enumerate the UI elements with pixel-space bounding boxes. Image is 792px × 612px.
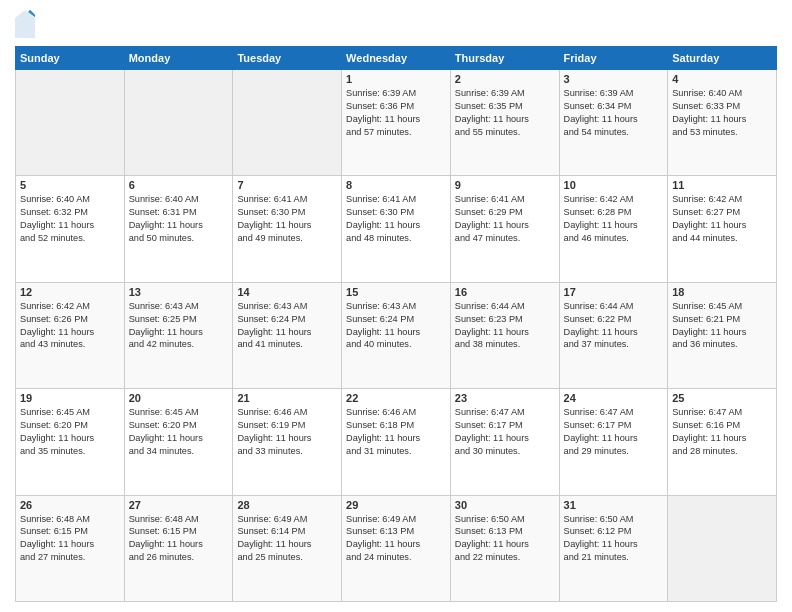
day-info: Sunrise: 6:50 AM Sunset: 6:12 PM Dayligh… [564, 513, 664, 565]
calendar-cell: 24Sunrise: 6:47 AM Sunset: 6:17 PM Dayli… [559, 389, 668, 495]
day-info: Sunrise: 6:44 AM Sunset: 6:22 PM Dayligh… [564, 300, 664, 352]
day-number: 10 [564, 179, 664, 191]
day-info: Sunrise: 6:44 AM Sunset: 6:23 PM Dayligh… [455, 300, 555, 352]
calendar-week-4: 26Sunrise: 6:48 AM Sunset: 6:15 PM Dayli… [16, 495, 777, 601]
day-info: Sunrise: 6:47 AM Sunset: 6:17 PM Dayligh… [564, 406, 664, 458]
day-number: 7 [237, 179, 337, 191]
calendar-cell: 5Sunrise: 6:40 AM Sunset: 6:32 PM Daylig… [16, 176, 125, 282]
calendar-cell: 23Sunrise: 6:47 AM Sunset: 6:17 PM Dayli… [450, 389, 559, 495]
calendar-cell: 17Sunrise: 6:44 AM Sunset: 6:22 PM Dayli… [559, 282, 668, 388]
day-number: 11 [672, 179, 772, 191]
day-number: 24 [564, 392, 664, 404]
page: Sunday Monday Tuesday Wednesday Thursday… [0, 0, 792, 612]
day-number: 21 [237, 392, 337, 404]
day-number: 25 [672, 392, 772, 404]
day-number: 5 [20, 179, 120, 191]
header-saturday: Saturday [668, 47, 777, 70]
day-number: 31 [564, 499, 664, 511]
day-number: 18 [672, 286, 772, 298]
day-info: Sunrise: 6:41 AM Sunset: 6:29 PM Dayligh… [455, 193, 555, 245]
calendar-cell: 14Sunrise: 6:43 AM Sunset: 6:24 PM Dayli… [233, 282, 342, 388]
calendar-cell [233, 70, 342, 176]
calendar-cell: 30Sunrise: 6:50 AM Sunset: 6:13 PM Dayli… [450, 495, 559, 601]
day-number: 9 [455, 179, 555, 191]
day-number: 17 [564, 286, 664, 298]
header-wednesday: Wednesday [342, 47, 451, 70]
day-number: 8 [346, 179, 446, 191]
day-number: 19 [20, 392, 120, 404]
calendar-cell: 31Sunrise: 6:50 AM Sunset: 6:12 PM Dayli… [559, 495, 668, 601]
calendar-cell: 15Sunrise: 6:43 AM Sunset: 6:24 PM Dayli… [342, 282, 451, 388]
day-number: 15 [346, 286, 446, 298]
calendar-cell: 27Sunrise: 6:48 AM Sunset: 6:15 PM Dayli… [124, 495, 233, 601]
day-number: 23 [455, 392, 555, 404]
calendar-cell: 29Sunrise: 6:49 AM Sunset: 6:13 PM Dayli… [342, 495, 451, 601]
calendar-cell: 13Sunrise: 6:43 AM Sunset: 6:25 PM Dayli… [124, 282, 233, 388]
calendar-week-0: 1Sunrise: 6:39 AM Sunset: 6:36 PM Daylig… [16, 70, 777, 176]
day-info: Sunrise: 6:45 AM Sunset: 6:20 PM Dayligh… [129, 406, 229, 458]
day-info: Sunrise: 6:40 AM Sunset: 6:31 PM Dayligh… [129, 193, 229, 245]
calendar-cell: 25Sunrise: 6:47 AM Sunset: 6:16 PM Dayli… [668, 389, 777, 495]
day-number: 13 [129, 286, 229, 298]
day-info: Sunrise: 6:43 AM Sunset: 6:25 PM Dayligh… [129, 300, 229, 352]
day-number: 1 [346, 73, 446, 85]
calendar-cell [668, 495, 777, 601]
day-number: 22 [346, 392, 446, 404]
day-info: Sunrise: 6:43 AM Sunset: 6:24 PM Dayligh… [346, 300, 446, 352]
calendar-week-3: 19Sunrise: 6:45 AM Sunset: 6:20 PM Dayli… [16, 389, 777, 495]
day-number: 16 [455, 286, 555, 298]
day-info: Sunrise: 6:47 AM Sunset: 6:17 PM Dayligh… [455, 406, 555, 458]
day-info: Sunrise: 6:40 AM Sunset: 6:33 PM Dayligh… [672, 87, 772, 139]
calendar-cell: 21Sunrise: 6:46 AM Sunset: 6:19 PM Dayli… [233, 389, 342, 495]
calendar-cell: 11Sunrise: 6:42 AM Sunset: 6:27 PM Dayli… [668, 176, 777, 282]
header-tuesday: Tuesday [233, 47, 342, 70]
day-number: 2 [455, 73, 555, 85]
day-number: 4 [672, 73, 772, 85]
header [15, 10, 777, 38]
calendar-cell [124, 70, 233, 176]
day-info: Sunrise: 6:49 AM Sunset: 6:13 PM Dayligh… [346, 513, 446, 565]
calendar-week-1: 5Sunrise: 6:40 AM Sunset: 6:32 PM Daylig… [16, 176, 777, 282]
day-number: 14 [237, 286, 337, 298]
header-sunday: Sunday [16, 47, 125, 70]
day-info: Sunrise: 6:40 AM Sunset: 6:32 PM Dayligh… [20, 193, 120, 245]
day-number: 26 [20, 499, 120, 511]
calendar-cell: 6Sunrise: 6:40 AM Sunset: 6:31 PM Daylig… [124, 176, 233, 282]
calendar-cell: 7Sunrise: 6:41 AM Sunset: 6:30 PM Daylig… [233, 176, 342, 282]
day-info: Sunrise: 6:42 AM Sunset: 6:27 PM Dayligh… [672, 193, 772, 245]
logo-icon [15, 10, 35, 38]
calendar-cell: 28Sunrise: 6:49 AM Sunset: 6:14 PM Dayli… [233, 495, 342, 601]
calendar-table: Sunday Monday Tuesday Wednesday Thursday… [15, 46, 777, 602]
day-number: 12 [20, 286, 120, 298]
day-info: Sunrise: 6:41 AM Sunset: 6:30 PM Dayligh… [346, 193, 446, 245]
day-info: Sunrise: 6:45 AM Sunset: 6:20 PM Dayligh… [20, 406, 120, 458]
day-info: Sunrise: 6:42 AM Sunset: 6:26 PM Dayligh… [20, 300, 120, 352]
day-info: Sunrise: 6:46 AM Sunset: 6:19 PM Dayligh… [237, 406, 337, 458]
day-number: 29 [346, 499, 446, 511]
day-info: Sunrise: 6:39 AM Sunset: 6:35 PM Dayligh… [455, 87, 555, 139]
calendar-header-row: Sunday Monday Tuesday Wednesday Thursday… [16, 47, 777, 70]
day-info: Sunrise: 6:49 AM Sunset: 6:14 PM Dayligh… [237, 513, 337, 565]
day-info: Sunrise: 6:43 AM Sunset: 6:24 PM Dayligh… [237, 300, 337, 352]
calendar-cell: 22Sunrise: 6:46 AM Sunset: 6:18 PM Dayli… [342, 389, 451, 495]
calendar-week-2: 12Sunrise: 6:42 AM Sunset: 6:26 PM Dayli… [16, 282, 777, 388]
day-info: Sunrise: 6:46 AM Sunset: 6:18 PM Dayligh… [346, 406, 446, 458]
day-number: 30 [455, 499, 555, 511]
calendar-cell: 20Sunrise: 6:45 AM Sunset: 6:20 PM Dayli… [124, 389, 233, 495]
day-number: 20 [129, 392, 229, 404]
day-info: Sunrise: 6:48 AM Sunset: 6:15 PM Dayligh… [129, 513, 229, 565]
calendar-cell: 9Sunrise: 6:41 AM Sunset: 6:29 PM Daylig… [450, 176, 559, 282]
day-info: Sunrise: 6:47 AM Sunset: 6:16 PM Dayligh… [672, 406, 772, 458]
day-number: 6 [129, 179, 229, 191]
day-info: Sunrise: 6:45 AM Sunset: 6:21 PM Dayligh… [672, 300, 772, 352]
logo [15, 10, 39, 38]
day-number: 28 [237, 499, 337, 511]
calendar-cell: 26Sunrise: 6:48 AM Sunset: 6:15 PM Dayli… [16, 495, 125, 601]
day-number: 3 [564, 73, 664, 85]
day-info: Sunrise: 6:39 AM Sunset: 6:34 PM Dayligh… [564, 87, 664, 139]
header-thursday: Thursday [450, 47, 559, 70]
calendar-cell: 10Sunrise: 6:42 AM Sunset: 6:28 PM Dayli… [559, 176, 668, 282]
calendar-cell: 18Sunrise: 6:45 AM Sunset: 6:21 PM Dayli… [668, 282, 777, 388]
day-info: Sunrise: 6:42 AM Sunset: 6:28 PM Dayligh… [564, 193, 664, 245]
header-monday: Monday [124, 47, 233, 70]
